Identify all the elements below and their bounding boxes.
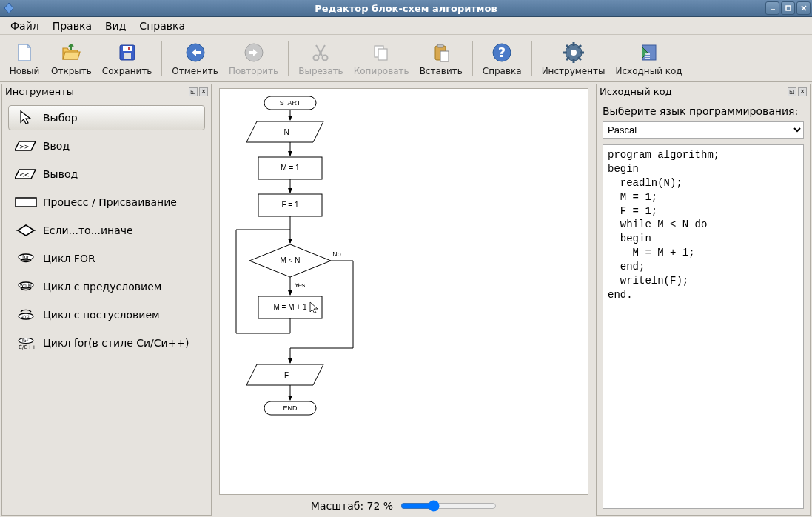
fc-f1: F = 1	[281, 201, 299, 209]
tool-process[interactable]: Процесс / Присваивание	[8, 190, 205, 215]
svg-point-21	[571, 50, 577, 56]
tool-label: Процесс / Присваивание	[43, 196, 177, 208]
panel-close-button[interactable]: ×	[798, 87, 807, 96]
panel-undock-button[interactable]: ◱	[788, 87, 796, 96]
tool-while[interactable]: while Цикл с предусловием	[8, 274, 205, 299]
toolbar-save[interactable]: Сохранить	[97, 38, 158, 79]
if-icon	[15, 223, 37, 238]
toolbar-help[interactable]: ? Справка	[477, 38, 527, 79]
for-icon: for	[15, 251, 37, 266]
minimize-button[interactable]	[765, 1, 779, 15]
toolbar-new-label: Новый	[10, 66, 40, 76]
toolbar: Новый Открыть Сохранить Отменить Повтори…	[0, 35, 812, 82]
window-titlebar: Редактор блок-схем алгоритмов	[0, 0, 812, 17]
source-panel-title: Исходный код	[600, 86, 672, 97]
window-title: Редактор блок-схем алгоритмов	[315, 3, 497, 14]
tool-label: Вывод	[43, 168, 78, 180]
tools-panel-title: Инструменты	[5, 86, 74, 97]
menu-help[interactable]: Справка	[133, 19, 191, 33]
toolbar-separator	[288, 41, 289, 76]
tools-panel: Инструменты ◱ × Выбор >> Ввод <<	[1, 84, 212, 516]
svg-rect-17	[440, 51, 449, 61]
svg-text:for: for	[22, 338, 29, 343]
tool-for[interactable]: for Цикл FOR	[8, 246, 205, 271]
tools-panel-header: Инструменты ◱ ×	[2, 84, 211, 99]
svg-text:?: ?	[498, 44, 506, 60]
new-file-icon	[13, 41, 36, 64]
svg-point-11	[314, 55, 319, 60]
language-select[interactable]: Pascal	[603, 121, 804, 139]
toolbar-separator	[161, 41, 162, 76]
svg-rect-8	[128, 47, 130, 50]
source-panel-body: Выберите язык программирования: Pascal p…	[597, 99, 810, 515]
menu-edit[interactable]: Правка	[47, 19, 98, 33]
toolbar-save-label: Сохранить	[102, 66, 152, 76]
svg-rect-16	[437, 44, 443, 47]
toolbar-tools[interactable]: Инструменты	[537, 38, 611, 79]
fc-m1: M = 1	[281, 164, 300, 172]
toolbar-redo[interactable]: Повторить	[224, 38, 283, 79]
tool-label: Цикл с постусловием	[43, 309, 160, 321]
svg-rect-7	[124, 53, 131, 59]
tool-label: Выбор	[43, 112, 78, 124]
toolbar-source[interactable]: Исходный код	[611, 38, 688, 79]
menu-view[interactable]: Вид	[99, 19, 132, 33]
svg-marker-0	[4, 3, 13, 13]
help-icon: ?	[490, 41, 514, 64]
zoom-bar: Масштаб: 72 %	[215, 499, 593, 516]
toolbar-paste[interactable]: Вставить	[415, 38, 468, 79]
menu-file[interactable]: Файл	[4, 19, 45, 33]
svg-marker-34	[18, 225, 34, 236]
tool-until[interactable]: until Цикл с постусловием	[8, 302, 205, 327]
save-icon	[115, 41, 139, 64]
toolbar-new[interactable]: Новый	[3, 38, 46, 79]
copy-icon	[369, 41, 393, 64]
maximize-button[interactable]	[781, 1, 795, 15]
language-label: Выберите язык программирования:	[603, 105, 804, 117]
svg-text:>>: >>	[19, 144, 29, 150]
tool-input[interactable]: >> Ввод	[8, 133, 205, 159]
until-icon: until	[15, 307, 37, 322]
canvas-panel: START N M = 1 F = 1	[215, 84, 593, 516]
zoom-label: Масштаб: 72 %	[311, 500, 393, 512]
tool-if[interactable]: Если...то...иначе	[8, 218, 205, 243]
tool-output[interactable]: << Вывод	[8, 161, 205, 187]
toolbar-copy-label: Копировать	[354, 66, 409, 76]
fc-inc: M = M + 1	[273, 303, 306, 311]
while-icon: while	[15, 279, 37, 294]
close-button[interactable]	[796, 1, 811, 15]
svg-rect-2	[786, 6, 791, 10]
toolbar-cut[interactable]: Вырезать	[293, 38, 349, 79]
tool-cfor[interactable]: forC/C++ Цикл for(в стиле Си/Си++)	[8, 330, 205, 356]
toolbar-redo-label: Повторить	[229, 66, 278, 76]
toolbar-separator	[472, 41, 473, 76]
undo-icon	[184, 41, 207, 64]
input-icon: >>	[15, 139, 37, 153]
output-icon: <<	[15, 167, 37, 181]
svg-text:C/C++: C/C++	[19, 344, 36, 350]
toolbar-copy[interactable]: Копировать	[349, 38, 415, 79]
cfor-icon: forC/C++	[15, 336, 37, 350]
panel-close-button[interactable]: ×	[199, 87, 208, 96]
svg-point-12	[323, 55, 328, 60]
zoom-slider[interactable]	[400, 500, 497, 512]
tool-label: Цикл с предусловием	[43, 281, 161, 293]
toolbar-undo-label: Отменить	[172, 66, 218, 76]
cursor-icon	[15, 110, 37, 125]
tool-select[interactable]: Выбор	[8, 105, 205, 130]
panel-undock-button[interactable]: ◱	[189, 87, 198, 96]
tool-label: Цикл FOR	[43, 253, 95, 264]
svg-text:until: until	[21, 313, 31, 318]
toolbar-open[interactable]: Открыть	[46, 38, 97, 79]
source-panel-header: Исходный код ◱ ×	[597, 84, 810, 99]
fc-start: START	[280, 99, 301, 107]
fc-n: N	[283, 128, 289, 136]
source-code-icon	[637, 41, 661, 64]
source-panel: Исходный код ◱ × Выберите язык программи…	[596, 84, 811, 516]
flowchart-canvas[interactable]: START N M = 1 F = 1	[219, 88, 588, 495]
toolbar-cut-label: Вырезать	[298, 66, 343, 76]
toolbar-undo[interactable]: Отменить	[167, 38, 224, 79]
fc-yes: Yes	[295, 281, 306, 289]
source-code-area[interactable]: program algorithm; begin readln(N); M = …	[603, 144, 804, 509]
flowchart-svg: START N M = 1 F = 1	[220, 89, 588, 474]
